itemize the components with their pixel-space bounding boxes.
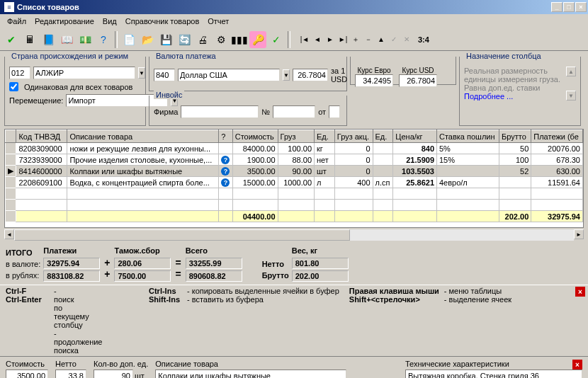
d-qty-lbl: Кол-во доп. ед. [94,360,148,368]
usd-rate-input[interactable] [399,74,437,87]
scroll-right-icon[interactable]: ► [574,229,584,239]
d-cost-input[interactable] [6,370,48,378]
close-button[interactable]: × [575,2,587,12]
d-net-lbl: Нетто [55,360,86,368]
euro-rate-input[interactable] [355,74,393,87]
tool-notebook-icon[interactable]: 📘 [40,31,57,48]
ht-4: - вставить из буфера [187,295,339,304]
nav-cancel-icon[interactable]: ✕ [401,34,412,45]
d-qty-unit: шт [135,372,145,378]
same-for-all-checkbox[interactable] [9,82,18,91]
tool-help-icon[interactable]: ? [95,31,112,48]
d-qty-input[interactable] [94,370,133,378]
col-2[interactable]: ? [219,130,233,143]
tool-save-icon[interactable]: 💾 [157,31,174,48]
invoice-num-input[interactable] [273,105,315,118]
record-navigator: |◄ ◄ ► ►| ＋ － ▲ ✓ ✕ 3:4 [299,34,429,45]
col-1[interactable]: Описание товара [67,130,219,143]
minimize-button[interactable]: _ [551,2,562,12]
table-row[interactable]: 2208609100Водка, с концентрацией спирта … [6,177,583,188]
maximize-button[interactable]: □ [563,2,575,12]
nav-last-icon[interactable]: ►| [337,34,349,45]
col-8[interactable]: Цена/кг [393,130,437,143]
total-rub: 890608.82 [186,270,242,282]
invoice-date-input[interactable] [329,105,340,118]
app-icon: ≡ [4,2,14,12]
col-11[interactable]: Платежи (бе [531,130,583,143]
purpose-more-link[interactable]: Подробнее ... [464,92,566,101]
nav-edit-icon[interactable]: ▲ [375,34,387,45]
toolbar: ✔ 🖩 📘 📖 💵 ? 📄 📂 💾 🔄 🖨 ⚙ ▮▮▮ 🔑 ✓ |◄ ◄ ► ►… [0,28,588,51]
detail-close-icon[interactable]: × [572,360,582,370]
nav-prev-icon[interactable]: ◄ [312,34,323,45]
purpose-scroll-down-icon[interactable]: ▼ [566,91,576,101]
payments-hdr: Платежи [43,246,100,255]
col-9[interactable]: Ставка пошлин [437,130,499,143]
invoice-firm-input[interactable] [181,105,259,118]
col-6[interactable]: Груз акц. [334,130,373,143]
table-row[interactable]: 7323939000Прочие изделия столовые, кухон… [6,154,583,166]
currency-name-input[interactable] [178,69,280,81]
table-row[interactable]: ▶ 8414600000Колпаки или шкафы вытяжные ?… [6,166,583,177]
currency-total-label: в валюте: [6,260,40,268]
d-net-input[interactable] [55,370,86,378]
d-tech-input[interactable] [405,370,582,378]
rub-total-label: в рублях: [6,271,40,280]
col-7[interactable]: Ед. [373,130,393,143]
tool-print-icon[interactable]: 🖨 [194,31,211,48]
scroll-thumb[interactable] [14,229,350,241]
nav-position: 3:4 [418,35,429,44]
col-0[interactable]: Код ТНВЭД [16,130,67,143]
tool-new-icon[interactable]: 📄 [120,31,137,48]
tool-gear-icon[interactable]: ⚙ [213,31,230,48]
scroll-left-icon[interactable]: ◄ [4,229,14,239]
hk-ctrlf: Ctrl-F [6,287,26,295]
table-row[interactable]: 8208309000ножи и режущие лезвия для кухо… [6,143,583,154]
tool-barcode-icon[interactable]: ▮▮▮ [231,31,248,48]
col-5[interactable]: Ед. [315,130,335,143]
tool-check-icon[interactable]: ✔ [3,31,20,48]
tool-open-icon[interactable]: 📂 [139,31,156,48]
window-title: Список товаров [17,3,551,11]
purpose-scroll-up-icon[interactable]: ▲ [566,67,576,76]
menu-view[interactable]: Вид [98,16,121,27]
origin-legend: Страна происхождения и режим [9,52,130,60]
tool-book-icon[interactable]: 📖 [58,31,75,48]
currency-group: Валюта платежа ▼ за 1 USD [149,57,347,91]
tool-refresh-icon[interactable]: 🔄 [176,31,193,48]
col-10[interactable]: Брутто [499,130,531,143]
country-dropdown-icon[interactable]: ▼ [138,67,145,79]
tool-money-icon[interactable]: 💵 [77,31,94,48]
euro-rate-label: Курс Евро [357,67,390,74]
currency-rate-input[interactable] [293,69,328,81]
nav-next-icon[interactable]: ► [324,34,336,45]
goods-grid[interactable]: Код ТНВЭДОписание товара?СтоимостьГрузЕд… [4,129,584,228]
tool-accept-icon[interactable]: ✓ [268,31,285,48]
tool-calc-icon[interactable]: 🖩 [21,31,38,48]
nav-first-icon[interactable]: |◄ [299,34,310,45]
currency-dropdown-icon[interactable]: ▼ [283,69,290,81]
tool-key-icon[interactable]: 🔑 [249,31,266,48]
d-cost-lbl: Стоимость [6,360,48,368]
col-4[interactable]: Груз [278,130,314,143]
menu-catalog[interactable]: Справочник товаров [121,16,204,27]
customs-rub: 7500.00 [114,270,171,282]
country-name-input[interactable] [33,67,135,79]
col-3[interactable]: Стоимость [232,130,278,143]
nav-del-icon[interactable]: － [363,34,374,45]
payments-rub: 883108.82 [43,270,100,282]
ht-6: - выделение ячеек [444,295,511,304]
help-close-icon[interactable]: × [575,287,585,297]
currency-code-input[interactable] [154,69,175,81]
total-hdr: Всего [186,246,242,255]
nav-add-icon[interactable]: ＋ [350,34,361,45]
menu-report[interactable]: Отчет [203,16,233,27]
hk-ctrlenter: Ctrl-Enter [6,295,42,304]
country-code-input[interactable] [9,67,30,79]
menu-file[interactable]: Файл [3,16,30,27]
nav-post-icon[interactable]: ✓ [388,34,400,45]
d-desc-input[interactable] [155,370,346,378]
invoice-from-label: от [318,108,326,116]
menu-edit[interactable]: Редактирование [30,16,98,27]
grid-hscrollbar[interactable]: ◄ ► [4,229,584,241]
